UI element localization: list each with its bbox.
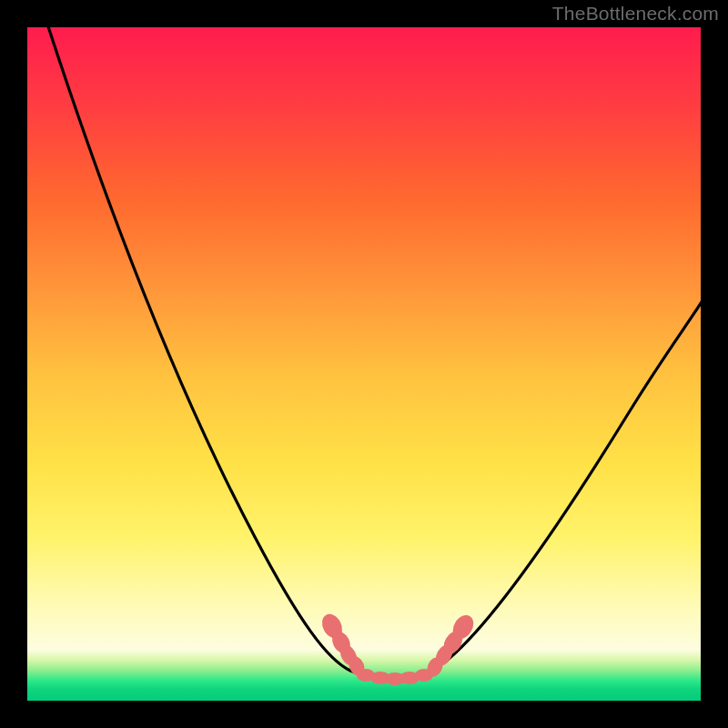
- left-curve: [46, 27, 391, 679]
- chart-frame: TheBottleneck.com: [0, 0, 728, 728]
- source-watermark: TheBottleneck.com: [552, 3, 719, 25]
- bead-group-right: [424, 612, 478, 679]
- bead-group-flat: [357, 669, 433, 685]
- chart-plot-area: [27, 27, 701, 701]
- curve-layer: [27, 27, 701, 701]
- right-curve: [391, 300, 701, 679]
- bead-group-left: [318, 611, 368, 678]
